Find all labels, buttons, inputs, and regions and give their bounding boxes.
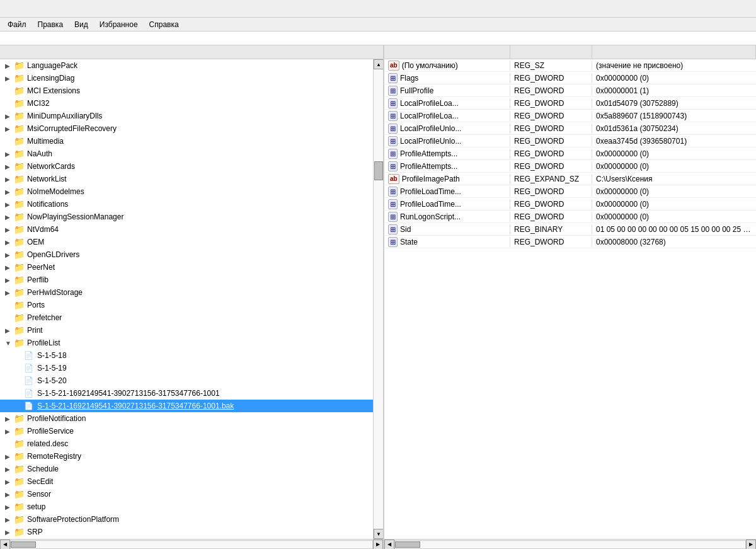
tree-item[interactable]: ▶📁Print	[0, 324, 383, 337]
registry-row[interactable]: ⊞RunLogonScript...REG_DWORD0x00000000 (0…	[384, 211, 756, 223]
tree-arrow-icon: ▶	[5, 62, 14, 69]
registry-row[interactable]: ⊞LocalProfileUnlo...REG_DWORD0xeaa3745d …	[384, 135, 756, 147]
tree-item[interactable]: 📁Prefetcher	[0, 311, 383, 324]
registry-row[interactable]: ⊞LocalProfileLoa...REG_DWORD0x5a889607 (…	[384, 110, 756, 122]
folder-icon: 📁	[14, 426, 25, 436]
tree-item[interactable]: 📁Multimedia	[0, 135, 383, 147]
tree-horizontal-scrollbar[interactable]: ◀ ▶	[0, 539, 383, 549]
tree-item[interactable]: ▶📁Notifications	[0, 198, 383, 211]
v-scroll-thumb[interactable]	[374, 161, 383, 180]
tree-item[interactable]: ▶📁Sensor	[0, 488, 383, 500]
tree-item[interactable]: ▶📁LicensingDiag	[0, 72, 383, 84]
tree-item[interactable]: ▶📁RemoteRegistry	[0, 450, 383, 463]
folder-icon: 📁	[14, 224, 25, 234]
tree-item[interactable]: ▶📁NowPlayingSessionManager	[0, 211, 383, 223]
values-h-track[interactable]	[394, 540, 746, 549]
registry-row[interactable]: ⊞ProfileLoadTime...REG_DWORD0x00000000 (…	[384, 198, 756, 211]
v-scroll-track[interactable]	[374, 69, 383, 529]
registry-values-table[interactable]: ab(По умолчанию)REG_SZ(значение не присв…	[384, 59, 756, 539]
registry-row[interactable]: abProfileImagePathREG_EXPAND_SZC:\Users\…	[384, 173, 756, 185]
folder-icon: 📁	[14, 187, 25, 197]
tree-item[interactable]: ▶📁PeerNet	[0, 261, 383, 274]
registry-row[interactable]: ⊞SidREG_BINARY01 05 00 00 00 00 00 00 05…	[384, 223, 756, 236]
values-h-thumb[interactable]	[395, 541, 420, 548]
registry-row[interactable]: ⊞ProfileLoadTime...REG_DWORD0x00000000 (…	[384, 185, 756, 198]
tree-item[interactable]: ▶📁setup	[0, 500, 383, 513]
tree-item[interactable]: ▶📁SoftwareProtectionPlatform	[0, 513, 383, 526]
tree-item[interactable]: ▶📁MiniDumpAuxiliaryDlls	[0, 110, 383, 122]
tree-item-label: Ports	[27, 301, 45, 309]
registry-values-pane: ab(По умолчанию)REG_SZ(значение не присв…	[384, 45, 756, 549]
tree-item[interactable]: ▶📁NetworkList	[0, 173, 383, 185]
menu-item-0[interactable]: Файл	[3, 19, 32, 30]
tree-item[interactable]: ▶📁SRP	[0, 526, 383, 538]
tree-item[interactable]: 📁related.desc	[0, 437, 383, 450]
tree-item[interactable]: ▶📁LanguagePack	[0, 59, 383, 72]
reg-type-icon: ⊞	[388, 224, 398, 234]
registry-row[interactable]: ⊞ProfileAttempts...REG_DWORD0x00000000 (…	[384, 160, 756, 173]
h-scroll-thumb[interactable]	[11, 541, 36, 548]
tree-item[interactable]: ▶📁NoImeModelmes	[0, 185, 383, 198]
tree-item[interactable]: ▶📁OEM	[0, 236, 383, 248]
reg-type-cell: REG_DWORD	[510, 124, 592, 133]
menu-item-4[interactable]: Справка	[144, 19, 184, 30]
values-scroll-right[interactable]: ▶	[746, 540, 756, 550]
tree-item[interactable]: ▶📁OpenGLDrivers	[0, 248, 383, 261]
folder-icon: 📁	[14, 61, 25, 71]
tree-item-label: NtVdm64	[27, 225, 59, 234]
folder-icon: 📁	[14, 262, 25, 272]
menu-item-1[interactable]: Правка	[33, 19, 69, 30]
h-scroll-track[interactable]	[10, 540, 373, 549]
tree-item[interactable]: ▶📁Perflib	[0, 274, 383, 286]
folder-icon: 📁	[14, 73, 25, 83]
registry-row[interactable]: ⊞LocalProfileLoa...REG_DWORD0x01d54079 (…	[384, 97, 756, 110]
values-horizontal-scrollbar[interactable]: ◀ ▶	[384, 539, 756, 549]
tree-item[interactable]: 📁MCI32	[0, 97, 383, 110]
tree-item[interactable]: 📁MCI Extensions	[0, 84, 383, 97]
values-scroll-left[interactable]: ◀	[384, 540, 394, 550]
tree-item[interactable]: ▶📁NaAuth	[0, 147, 383, 160]
scroll-down-btn[interactable]: ▼	[374, 529, 384, 539]
reg-type-icon: ⊞	[388, 187, 398, 197]
tree-item[interactable]: ▶📁MsiCorruptedFileRecovery	[0, 122, 383, 135]
scroll-up-btn[interactable]: ▲	[374, 59, 384, 69]
registry-row[interactable]: ⊞LocalProfileUnlo...REG_DWORD0x01d5361a …	[384, 122, 756, 135]
tree-item[interactable]: ▼📁ProfileList	[0, 337, 383, 349]
registry-row[interactable]: ⊞StateREG_DWORD0x00008000 (32768)	[384, 236, 756, 248]
tree-item[interactable]: ▶📁Schedule	[0, 463, 383, 475]
tree-item[interactable]: ▶📁ProfileNotification	[0, 412, 383, 425]
col-header-type	[510, 45, 592, 59]
registry-row[interactable]: ab(По умолчанию)REG_SZ(значение не присв…	[384, 59, 756, 72]
tree-item[interactable]: 📄S-1-5-18	[0, 349, 383, 362]
menu-item-2[interactable]: Вид	[69, 19, 93, 30]
registry-row[interactable]: ⊞ProfileAttempts...REG_DWORD0x00000000 (…	[384, 147, 756, 160]
tree-item[interactable]: ▶📁ProfileService	[0, 425, 383, 437]
tree-item[interactable]: 📄S-1-5-21-1692149541-3902713156-31753477…	[0, 387, 383, 400]
tree-item[interactable]: ▶📁NtVdm64	[0, 223, 383, 236]
tree-item[interactable]: 📄S-1-5-20	[0, 374, 383, 387]
reg-type-cell: REG_DWORD	[510, 74, 592, 83]
title-bar	[0, 0, 756, 18]
tree-item[interactable]: 📄S-1-5-19	[0, 362, 383, 374]
registry-row[interactable]: ⊞FlagsREG_DWORD0x00000000 (0)	[384, 72, 756, 84]
tree-item[interactable]: ▶📁NetworkCards	[0, 160, 383, 173]
scroll-right-btn[interactable]: ▶	[373, 540, 383, 550]
tree-vertical-scrollbar[interactable]: ▲ ▼	[373, 59, 383, 539]
reg-name-text: RunLogonScript...	[400, 212, 461, 221]
registry-row[interactable]: ⊞FullProfileREG_DWORD0x00000001 (1)	[384, 84, 756, 97]
tree-item-label: NoImeModelmes	[27, 187, 84, 196]
tree-item[interactable]: 📁Ports	[0, 299, 383, 311]
registry-tree[interactable]: ▶📁LanguagePack▶📁LicensingDiag📁MCI Extens…	[0, 59, 383, 539]
registry-tree-pane: ▶📁LanguagePack▶📁LicensingDiag📁MCI Extens…	[0, 45, 384, 549]
menu-item-3[interactable]: Избранное	[94, 19, 143, 30]
scroll-left-btn[interactable]: ◀	[0, 540, 10, 550]
reg-value-cell: 0x00000000 (0)	[592, 149, 756, 158]
tree-item[interactable]: ▶📁PerHwIdStorage	[0, 286, 383, 299]
reg-type-cell: REG_DWORD	[510, 86, 592, 95]
tree-item[interactable]: 📄S-1-5-21-1692149541-3902713156-31753477…	[0, 400, 383, 412]
reg-name-cell: ⊞ProfileLoadTime...	[384, 199, 510, 209]
tree-item-label: PeerNet	[27, 263, 55, 272]
tree-item[interactable]: ▶📁SecEdit	[0, 475, 383, 488]
tree-arrow-icon: ▶	[5, 478, 14, 485]
tree-item-label: OpenGLDrivers	[27, 250, 79, 259]
